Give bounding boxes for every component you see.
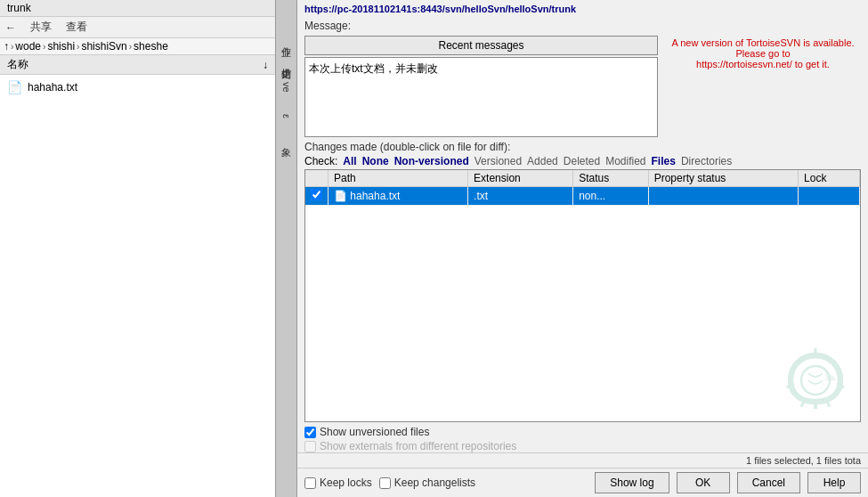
- sort-icon: ↓: [263, 59, 268, 71]
- help-button[interactable]: Help: [807, 472, 861, 493]
- file-list-header-label: 名称: [7, 57, 28, 72]
- check-row: Check: All None Non-versioned Versioned …: [304, 155, 861, 167]
- check-all-link[interactable]: All: [343, 155, 356, 167]
- show-unversioned-row: Show unversioned files: [304, 426, 861, 438]
- table-header-row: Path Extension Status Property status Lo…: [305, 170, 860, 187]
- row-property-status: [648, 187, 798, 206]
- update-notice-line1: A new version of TortoiseSVN is availabl…: [671, 37, 854, 59]
- side-label-4: ε: [281, 114, 292, 118]
- show-externals-label: Show externals from different repositori…: [320, 440, 516, 452]
- show-unversioned-checkbox[interactable]: [304, 427, 316, 438]
- message-label: Message:: [304, 20, 861, 32]
- file-explorer-panel: trunk ← 共享 查看 ↑ › wode › shishi › shishi…: [0, 0, 276, 497]
- breadcrumb: ↑ › wode › shishi › shishiSvn › sheshe: [0, 38, 275, 55]
- explorer-title-label: trunk: [7, 2, 31, 14]
- recent-messages-button[interactable]: Recent messages: [304, 36, 658, 55]
- back-button[interactable]: ←: [4, 20, 18, 35]
- row-lock: [799, 187, 860, 206]
- show-externals-row: Show externals from different repositori…: [304, 440, 861, 452]
- breadcrumb-arrow-icon: ↑: [4, 40, 9, 53]
- row-checkbox[interactable]: [311, 189, 322, 200]
- row-path: 📄 hahaha.txt: [329, 187, 468, 206]
- col-path[interactable]: Path: [329, 170, 468, 187]
- tortoise-logo: [780, 341, 851, 412]
- file-list-header: 名称 ↓: [0, 55, 275, 75]
- file-name: hahaha.txt: [28, 81, 77, 94]
- footer-left: Keep locks Keep changelists: [304, 477, 588, 489]
- status-text: 1 files selected, 1 files tota: [746, 455, 861, 466]
- update-notice-line2: https://tortoisesvn.net/ to get it.: [696, 59, 830, 69]
- col-check: [305, 170, 329, 187]
- dialog-footer: Keep locks Keep changelists Show log OK …: [297, 468, 868, 497]
- explorer-toolbar: ← 共享 查看: [0, 17, 275, 38]
- check-none-link[interactable]: None: [362, 155, 389, 167]
- dialog-url: https://pc-20181102141s:8443/svn/helloSv…: [297, 0, 868, 16]
- svn-commit-dialog: https://pc-20181102141s:8443/svn/helloSv…: [297, 0, 868, 497]
- check-added-link[interactable]: Added: [527, 155, 558, 167]
- message-area-wrapper: Recent messages 本次上传txt文档，并未删改: [304, 36, 658, 137]
- message-textarea[interactable]: 本次上传txt文档，并未删改: [304, 57, 658, 137]
- show-unversioned-label: Show unversioned files: [320, 426, 429, 438]
- breadcrumb-item-2[interactable]: shishi: [47, 40, 75, 53]
- col-lock[interactable]: Lock: [799, 170, 860, 187]
- dialog-body: Message: Recent messages 本次上传txt文档，并未删改 …: [297, 16, 868, 452]
- list-item[interactable]: 📄 hahaha.txt: [4, 78, 272, 96]
- keep-changelists-checkbox[interactable]: [379, 477, 391, 489]
- file-doc-icon: 📄: [334, 190, 347, 202]
- explorer-title: trunk: [0, 0, 275, 17]
- check-versioned-link[interactable]: Versioned: [475, 155, 522, 167]
- share-button[interactable]: 共享: [28, 19, 53, 36]
- breadcrumb-item-1[interactable]: wode: [15, 40, 41, 53]
- table-row[interactable]: 📄 hahaha.txt .txt non...: [305, 187, 860, 206]
- col-property-status[interactable]: Property status: [648, 170, 798, 187]
- keep-changelists-label: Keep changelists: [394, 477, 475, 489]
- check-files-link[interactable]: Files: [652, 155, 676, 167]
- row-checkbox-cell[interactable]: [305, 187, 329, 206]
- view-button[interactable]: 查看: [64, 19, 89, 36]
- row-extension: .txt: [468, 187, 573, 206]
- side-label-3: ve: [281, 82, 292, 93]
- check-label: Check:: [304, 155, 337, 167]
- bottom-checkboxes: Show unversioned files Show externals fr…: [304, 426, 861, 452]
- file-list-area[interactable]: 📄 hahaha.txt: [0, 75, 275, 497]
- changes-section: Changes made (double-click on file for d…: [304, 141, 861, 452]
- show-externals-checkbox[interactable]: [304, 441, 316, 452]
- file-table-container: Path Extension Status Property status Lo…: [304, 169, 861, 422]
- col-status[interactable]: Status: [573, 170, 649, 187]
- file-table: Path Extension Status Property status Lo…: [305, 170, 860, 206]
- status-bar: 1 files selected, 1 files tota: [297, 452, 868, 468]
- cancel-button[interactable]: Cancel: [737, 472, 800, 493]
- check-deleted-link[interactable]: Deleted: [564, 155, 600, 167]
- keep-locks-checkbox[interactable]: [304, 477, 316, 489]
- show-log-button[interactable]: Show log: [595, 472, 669, 493]
- check-non-versioned-link[interactable]: Non-versioned: [394, 155, 469, 167]
- file-icon: 📄: [7, 80, 22, 94]
- side-strip: 作业 史馆广场 ve ε 象: [276, 0, 297, 497]
- keep-locks-row: Keep locks: [304, 477, 372, 489]
- update-notice: A new version of TortoiseSVN is availabl…: [665, 36, 861, 69]
- check-directories-link[interactable]: Directories: [681, 155, 732, 167]
- message-section: Recent messages 本次上传txt文档，并未删改 A new ver…: [304, 36, 861, 137]
- changes-label: Changes made (double-click on file for d…: [304, 141, 861, 153]
- breadcrumb-item-3[interactable]: shishiSvn: [81, 40, 126, 53]
- breadcrumb-item-4[interactable]: sheshe: [134, 40, 168, 53]
- keep-changelists-row: Keep changelists: [379, 477, 475, 489]
- keep-locks-label: Keep locks: [320, 477, 372, 489]
- ok-button[interactable]: OK: [677, 472, 730, 493]
- row-status: non...: [573, 187, 649, 206]
- col-extension[interactable]: Extension: [468, 170, 573, 187]
- check-modified-link[interactable]: Modified: [605, 155, 645, 167]
